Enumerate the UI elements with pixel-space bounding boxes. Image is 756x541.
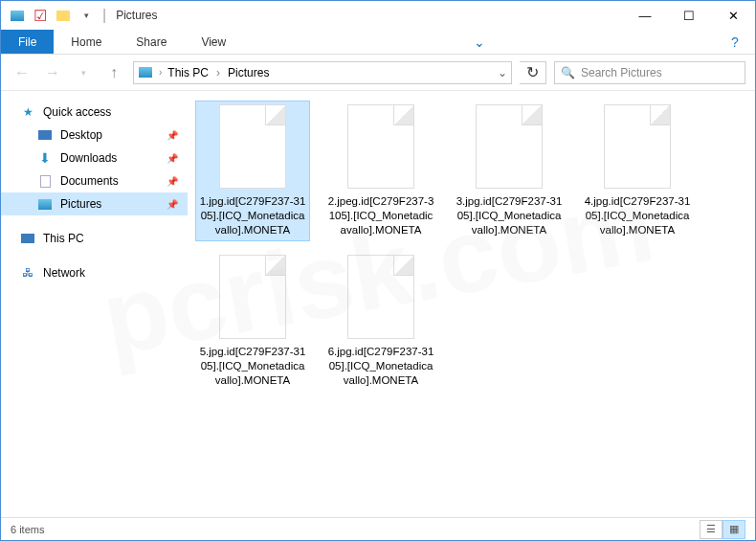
window-controls: — ☐ ✕	[623, 1, 755, 30]
file-label: 1.jpg.id[C279F237-3105].[ICQ_Monetadicav…	[199, 194, 306, 237]
star-icon: ★	[20, 104, 35, 120]
body: ★ Quick access Desktop 📌 ⬇ Downloads 📌 D…	[1, 91, 755, 517]
file-label: 3.jpg.id[C279F237-3105].[ICQ_Monetadicav…	[456, 194, 563, 237]
sidebar-network[interactable]: 🖧 Network	[1, 261, 188, 284]
pin-icon: 📌	[167, 199, 178, 210]
desktop-icon	[37, 127, 53, 143]
ribbon: File Home Share View ⌄ ?	[1, 30, 755, 55]
file-item[interactable]: 6.jpg.id[C279F237-3105].[ICQ_Monetadicav…	[323, 251, 438, 392]
sidebar-item-label: Documents	[60, 174, 119, 188]
pin-icon: 📌	[167, 130, 178, 141]
file-label: 5.jpg.id[C279F237-3105].[ICQ_Monetadicav…	[199, 345, 306, 388]
details-view-button[interactable]: ☰	[700, 520, 723, 539]
sidebar-label: Network	[43, 266, 85, 280]
pin-icon: 📌	[167, 153, 178, 164]
blank-file-icon	[476, 104, 543, 189]
monitor-icon	[20, 231, 35, 246]
sidebar-item-downloads[interactable]: ⬇ Downloads 📌	[1, 147, 188, 169]
blank-file-icon	[219, 104, 286, 189]
search-icon: 🔍	[561, 66, 575, 79]
sidebar-this-pc[interactable]: This PC	[1, 227, 188, 250]
sidebar-item-desktop[interactable]: Desktop 📌	[1, 124, 188, 147]
address-segment-thispc[interactable]: This PC	[167, 66, 209, 79]
content-pane[interactable]: 1.jpg.id[C279F237-3105].[ICQ_Monetadicav…	[188, 91, 755, 517]
pictures-icon	[37, 196, 53, 212]
icons-view-button[interactable]: ▦	[723, 520, 745, 539]
sidebar: ★ Quick access Desktop 📌 ⬇ Downloads 📌 D…	[1, 91, 188, 517]
file-item[interactable]: 2.jpeg.id[C279F237-3105].[ICQ_Monetadica…	[323, 101, 438, 241]
address-segment-pictures[interactable]: Pictures	[228, 66, 269, 79]
sidebar-quick-access[interactable]: ★ Quick access	[1, 101, 188, 124]
title-separator: |	[102, 7, 106, 24]
up-button[interactable]: ↑	[102, 61, 125, 84]
tab-home[interactable]: Home	[54, 30, 119, 54]
address-chevron-icon[interactable]: ›	[159, 67, 162, 78]
file-label: 4.jpg.id[C279F237-3105].[ICQ_Monetadicav…	[584, 194, 691, 237]
forward-button[interactable]: →	[41, 61, 64, 84]
file-item[interactable]: 1.jpg.id[C279F237-3105].[ICQ_Monetadicav…	[195, 101, 310, 241]
tab-share[interactable]: Share	[119, 30, 184, 54]
refresh-button[interactable]: ↻	[520, 61, 546, 84]
sidebar-item-pictures[interactable]: Pictures 📌	[1, 192, 188, 215]
sidebar-item-documents[interactable]: Documents 📌	[1, 169, 188, 192]
titlebar: ☑ ▾ | Pictures — ☐ ✕	[1, 1, 755, 30]
file-label: 6.jpg.id[C279F237-3105].[ICQ_Monetadicav…	[327, 345, 434, 388]
pin-icon: 📌	[167, 176, 178, 187]
help-icon[interactable]: ?	[721, 30, 749, 54]
blank-file-icon	[604, 104, 671, 189]
qat-dropdown-icon[interactable]: ▾	[76, 5, 97, 26]
close-button[interactable]: ✕	[711, 1, 755, 30]
file-grid: 1.jpg.id[C279F237-3105].[ICQ_Monetadicav…	[195, 101, 747, 392]
pictures-qat-icon[interactable]	[7, 5, 28, 26]
sidebar-item-label: Downloads	[60, 151, 117, 165]
sidebar-item-label: Desktop	[60, 128, 102, 142]
properties-qat-icon[interactable]: ☑	[30, 5, 51, 26]
blank-file-icon	[347, 104, 414, 189]
qat-icons: ☑ ▾	[7, 5, 97, 26]
status-bar: 6 items ☰ ▦	[1, 517, 755, 540]
window-title: Pictures	[116, 9, 157, 22]
sidebar-label: This PC	[43, 232, 84, 245]
file-tab[interactable]: File	[1, 30, 54, 54]
blank-file-icon	[347, 255, 414, 339]
view-mode-buttons: ☰ ▦	[700, 520, 745, 539]
recent-dropdown-icon[interactable]: ▾	[72, 61, 95, 84]
search-box[interactable]: 🔍 Search Pictures	[554, 61, 745, 84]
back-button[interactable]: ←	[11, 61, 33, 84]
minimize-button[interactable]: —	[623, 1, 667, 30]
address-chevron-icon[interactable]: ›	[216, 66, 220, 79]
address-dropdown-icon[interactable]: ⌄	[498, 66, 507, 79]
tab-view[interactable]: View	[184, 30, 243, 54]
file-item[interactable]: 4.jpg.id[C279F237-3105].[ICQ_Monetadicav…	[580, 101, 695, 241]
folder-qat-icon[interactable]	[53, 5, 74, 26]
address-bar[interactable]: › This PC › Pictures ⌄	[133, 61, 512, 84]
explorer-window: ☑ ▾ | Pictures — ☐ ✕ File Home Share Vie…	[0, 0, 756, 541]
network-icon: 🖧	[20, 265, 35, 281]
file-label: 2.jpeg.id[C279F237-3105].[ICQ_Monetadica…	[327, 194, 434, 237]
ribbon-expand-icon[interactable]: ⌄	[465, 30, 494, 54]
pictures-address-icon	[138, 65, 153, 80]
sidebar-item-label: Pictures	[60, 197, 101, 211]
file-item[interactable]: 5.jpg.id[C279F237-3105].[ICQ_Monetadicav…	[195, 251, 310, 392]
documents-icon	[37, 173, 53, 189]
file-item[interactable]: 3.jpg.id[C279F237-3105].[ICQ_Monetadicav…	[452, 101, 567, 241]
navbar: ← → ▾ ↑ › This PC › Pictures ⌄ ↻ 🔍 Searc…	[1, 55, 755, 91]
downloads-icon: ⬇	[37, 150, 53, 166]
maximize-button[interactable]: ☐	[667, 1, 711, 30]
search-placeholder: Search Pictures	[581, 66, 662, 79]
blank-file-icon	[219, 255, 286, 339]
status-text: 6 items	[11, 524, 44, 535]
sidebar-label: Quick access	[43, 105, 111, 119]
